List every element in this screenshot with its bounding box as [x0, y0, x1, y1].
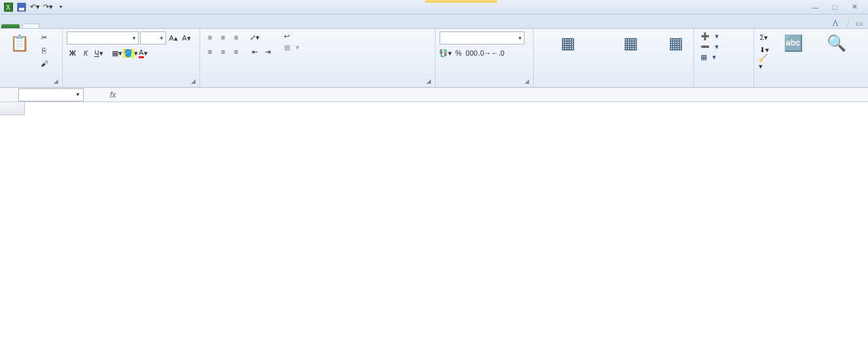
contextual-tab-header — [425, 0, 497, 3]
dialog-launcher-icon[interactable]: ◢ — [525, 78, 529, 84]
clear-icon[interactable]: 🧹▾ — [758, 56, 770, 68]
spreadsheet-grid[interactable] — [0, 102, 868, 115]
font-size-select[interactable]: ▼ — [140, 31, 166, 45]
shrink-font-icon[interactable]: A▾ — [181, 32, 192, 44]
find-icon: 🔍 — [826, 33, 847, 54]
paste-icon: 📋 — [9, 33, 30, 54]
increase-decimal-icon[interactable]: .0→ — [479, 47, 491, 59]
help-icon[interactable]: ❔ — [842, 19, 852, 28]
group-editing: Σ▾ ⬇▾ 🧹▾ 🔤 🔍 — [754, 29, 865, 87]
currency-icon[interactable]: 💱▾ — [440, 47, 451, 59]
conditional-formatting-button[interactable]: ▦ — [538, 31, 599, 56]
increase-indent-icon[interactable]: ⇥ — [262, 46, 273, 58]
delete-icon: ➖ — [701, 43, 710, 51]
borders-icon[interactable]: ▦▾ — [111, 47, 123, 59]
quick-access-toolbar: X ↶▾ ↷▾ ▾ — [3, 1, 67, 13]
insert-icon: ➕ — [701, 32, 710, 41]
group-font: ▼ ▼ A▴ A▾ Ж К Ч▾ ▦▾ 🪣▾ А▾ ◢ — [63, 29, 200, 87]
svg-text:X: X — [6, 4, 10, 11]
save-icon[interactable] — [16, 1, 27, 13]
format-painter-icon[interactable]: 🖌 — [38, 58, 50, 69]
number-format-select[interactable]: ▼ — [440, 31, 525, 45]
minimize-icon[interactable]: — — [809, 3, 821, 12]
svg-rect-3 — [19, 8, 24, 10]
merge-center-button[interactable]: ▦ ▾ — [281, 43, 302, 52]
tab-data[interactable] — [86, 24, 102, 28]
tab-formulas[interactable] — [71, 24, 86, 28]
percent-icon[interactable]: % — [453, 47, 464, 59]
qat-dropdown-icon[interactable]: ▾ — [55, 1, 67, 13]
cell-styles-button[interactable]: ▦ — [663, 31, 689, 56]
redo-icon[interactable]: ↷▾ — [42, 1, 54, 13]
wrap-icon: ↩ — [284, 32, 290, 41]
decrease-decimal-icon[interactable]: ←.0 — [492, 47, 504, 59]
comma-icon[interactable]: 000 — [466, 47, 477, 59]
group-cells: ➕ ▾ ➖ ▾ ▦ ▾ — [694, 29, 754, 87]
tab-table-design[interactable] — [152, 24, 167, 28]
merge-icon: ▦ — [284, 43, 290, 52]
align-left-icon[interactable]: ≡ — [204, 46, 216, 58]
font-name-select[interactable]: ▼ — [67, 31, 139, 45]
tab-insert[interactable] — [39, 24, 55, 28]
align-right-icon[interactable]: ≡ — [230, 46, 242, 58]
align-bottom-icon[interactable]: ≡ — [230, 31, 242, 43]
table-format-icon: ▦ — [620, 33, 641, 54]
group-alignment: ≡ ≡ ≡ ⤢▾ ≡ ≡ ≡ ⇤ ⇥ ↩ ▦ ▾ — [200, 29, 436, 87]
underline-button[interactable]: Ч▾ — [93, 47, 105, 59]
italic-button[interactable]: К — [80, 47, 92, 59]
group-styles: ▦ ▦ ▦ — [534, 29, 694, 87]
fx-icon[interactable]: fx — [110, 90, 116, 99]
orientation-icon[interactable]: ⤢▾ — [249, 31, 260, 43]
wrap-text-button[interactable]: ↩ — [281, 31, 302, 41]
title-bar: X ↶▾ ↷▾ ▾ — □ ✕ — [0, 0, 868, 14]
cond-format-icon: ▦ — [558, 33, 579, 54]
sort-filter-button[interactable]: 🔤 — [773, 31, 814, 56]
formula-bar: ▼ fx — [0, 88, 868, 102]
tab-review[interactable] — [102, 24, 118, 28]
paste-button[interactable]: 📋 — [4, 31, 35, 56]
close-icon[interactable]: ✕ — [848, 3, 860, 12]
font-color-icon[interactable]: А▾ — [137, 47, 149, 59]
dialog-launcher-icon[interactable]: ◢ — [191, 78, 196, 84]
format-as-table-button[interactable]: ▦ — [602, 31, 660, 56]
cell-styles-icon: ▦ — [665, 33, 686, 54]
file-tab[interactable] — [1, 24, 20, 28]
cut-icon[interactable]: ✂ — [38, 31, 50, 43]
group-number: ▼ 💱▾ % 000 .0→ ←.0 ◢ — [436, 29, 534, 87]
group-clipboard: 📋 ✂ ⎘ 🖌 ◢ — [0, 29, 63, 87]
autosum-icon[interactable]: Σ▾ — [758, 31, 770, 43]
ribbon-tabs: ᐱ ❔ ▭ — [0, 14, 868, 29]
tab-page-layout[interactable] — [55, 24, 71, 28]
window-options-icon[interactable]: ▭ — [856, 19, 863, 28]
bold-button[interactable]: Ж — [67, 47, 78, 59]
align-middle-icon[interactable]: ≡ — [217, 31, 229, 43]
tab-view[interactable] — [118, 24, 133, 28]
select-all-corner[interactable] — [0, 102, 25, 115]
fill-color-icon[interactable]: 🪣▾ — [124, 47, 136, 59]
dialog-launcher-icon[interactable]: ◢ — [426, 78, 431, 84]
decrease-indent-icon[interactable]: ⇤ — [249, 46, 260, 58]
find-select-button[interactable]: 🔍 — [817, 31, 856, 56]
undo-icon[interactable]: ↶▾ — [29, 1, 41, 13]
delete-cells-button[interactable]: ➖ ▾ — [698, 42, 721, 52]
dialog-launcher-icon[interactable]: ◢ — [54, 78, 58, 84]
format-icon: ▦ — [701, 53, 707, 62]
sort-icon: 🔤 — [783, 33, 804, 54]
ribbon: 📋 ✂ ⎘ 🖌 ◢ ▼ ▼ A▴ A▾ Ж К Ч▾ — [0, 29, 868, 88]
insert-cells-button[interactable]: ➕ ▾ — [698, 31, 721, 41]
minimize-ribbon-icon[interactable]: ᐱ — [833, 19, 838, 28]
tab-home[interactable] — [22, 24, 39, 28]
align-center-icon[interactable]: ≡ — [217, 46, 229, 58]
format-cells-button[interactable]: ▦ ▾ — [698, 52, 719, 62]
grow-font-icon[interactable]: A▴ — [167, 32, 179, 44]
copy-icon[interactable]: ⎘ — [38, 45, 50, 56]
excel-icon[interactable]: X — [3, 1, 14, 13]
align-top-icon[interactable]: ≡ — [204, 31, 216, 43]
name-box[interactable]: ▼ — [18, 88, 84, 101]
maximize-icon[interactable]: □ — [829, 3, 841, 12]
